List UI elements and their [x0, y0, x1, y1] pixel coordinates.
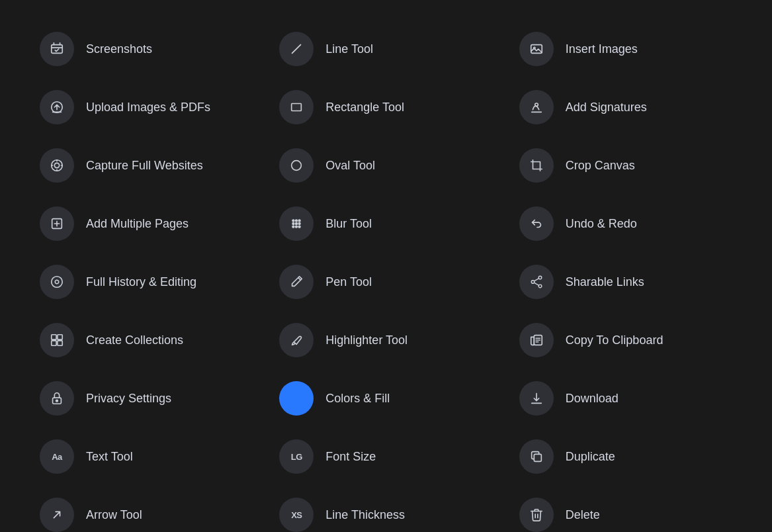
collections-label: Create Collections: [86, 333, 183, 347]
feature-screenshots[interactable]: Screenshots: [26, 20, 266, 78]
svg-point-15: [296, 220, 298, 222]
add-pages-label: Add Multiple Pages: [86, 217, 189, 231]
feature-download[interactable]: Download: [506, 369, 746, 427]
line-tool-icon: [279, 32, 314, 66]
feature-insert-images[interactable]: Insert Images: [506, 20, 746, 78]
svg-rect-31: [534, 454, 541, 461]
font-size-icon: LG: [279, 439, 314, 474]
oval-tool-icon: [279, 148, 314, 183]
arrow-tool-icon: [40, 498, 74, 532]
line-tool-label: Line Tool: [325, 42, 373, 56]
svg-rect-24: [531, 45, 542, 54]
rectangle-tool-label: Rectangle Tool: [325, 101, 404, 114]
screenshots-icon: [40, 32, 74, 66]
svg-point-4: [52, 277, 63, 288]
feature-upload[interactable]: Upload Images & PDFs: [26, 78, 266, 136]
crop-canvas-icon: [519, 148, 554, 183]
svg-rect-12: [292, 104, 302, 111]
collections-icon: [40, 323, 74, 357]
download-label: Download: [566, 392, 619, 406]
feature-signatures[interactable]: Add Signatures: [506, 78, 746, 136]
feature-privacy[interactable]: Privacy Settings: [26, 369, 266, 427]
signatures-label: Add Signatures: [566, 101, 647, 114]
highlighter-tool-label: Highlighter Tool: [325, 333, 407, 347]
feature-add-pages[interactable]: Add Multiple Pages: [26, 195, 266, 253]
privacy-label: Privacy Settings: [86, 392, 171, 406]
svg-point-2: [54, 163, 59, 167]
undo-redo-label: Undo & Redo: [566, 217, 637, 231]
col-1: Screenshots Upload Images & PDFs Capture…: [26, 20, 266, 532]
feature-clipboard[interactable]: Copy To Clipboard: [506, 311, 746, 369]
crop-canvas-label: Crop Canvas: [566, 159, 635, 173]
feature-colors-fill[interactable]: Colors & Fill: [266, 369, 505, 427]
clipboard-label: Copy To Clipboard: [566, 333, 664, 347]
clipboard-icon: [519, 323, 554, 357]
upload-label: Upload Images & PDFs: [86, 101, 210, 114]
svg-point-23: [292, 394, 302, 404]
feature-sharable-links[interactable]: Sharable Links: [506, 253, 746, 311]
font-size-label: Font Size: [325, 450, 376, 464]
colors-fill-icon: [279, 381, 314, 416]
line-thickness-icon: XS: [279, 498, 314, 532]
svg-point-11: [56, 400, 58, 402]
feature-blur-tool[interactable]: Blur Tool: [266, 195, 505, 253]
feature-line-tool[interactable]: Line Tool: [266, 20, 505, 78]
features-grid: Screenshots Upload Images & PDFs Capture…: [26, 20, 746, 532]
pen-tool-icon: [279, 265, 314, 299]
line-thickness-label: Line Thickness: [325, 508, 405, 522]
arrow-tool-label: Arrow Tool: [86, 508, 142, 522]
feature-capture[interactable]: Capture Full Websites: [26, 136, 266, 195]
feature-history[interactable]: Full History & Editing: [26, 253, 266, 311]
feature-pen-tool[interactable]: Pen Tool: [266, 253, 505, 311]
privacy-icon: [40, 381, 74, 416]
feature-collections[interactable]: Create Collections: [26, 311, 266, 369]
duplicate-icon: [519, 439, 554, 474]
svg-point-20: [292, 226, 294, 228]
svg-rect-8: [52, 341, 56, 345]
duplicate-label: Duplicate: [566, 450, 615, 464]
feature-text-tool[interactable]: Aa Text Tool: [26, 427, 266, 486]
svg-rect-9: [58, 341, 62, 345]
feature-duplicate[interactable]: Duplicate: [506, 427, 746, 486]
feature-oval-tool[interactable]: Oval Tool: [266, 136, 505, 195]
capture-icon: [40, 148, 74, 183]
rectangle-tool-icon: [279, 90, 314, 124]
feature-undo-redo[interactable]: Undo & Redo: [506, 195, 746, 253]
svg-rect-6: [52, 335, 56, 339]
feature-highlighter-tool[interactable]: Highlighter Tool: [266, 311, 505, 369]
svg-point-22: [299, 226, 301, 228]
feature-delete[interactable]: Delete: [506, 486, 746, 532]
col-3: Insert Images Add Signatures Crop Canvas…: [506, 20, 746, 532]
insert-images-label: Insert Images: [566, 42, 638, 56]
upload-icon: [40, 90, 74, 124]
signatures-icon: [519, 90, 554, 124]
svg-point-26: [535, 103, 538, 107]
download-icon: [519, 381, 554, 416]
delete-icon: [519, 498, 554, 532]
blur-tool-label: Blur Tool: [325, 217, 372, 231]
col-2: Line Tool Rectangle Tool Oval Tool: [266, 20, 505, 532]
feature-crop-canvas[interactable]: Crop Canvas: [506, 136, 746, 195]
text-tool-icon: Aa: [40, 439, 74, 474]
capture-label: Capture Full Websites: [86, 159, 203, 173]
svg-point-14: [292, 220, 294, 222]
colors-fill-label: Colors & Fill: [325, 392, 390, 406]
history-label: Full History & Editing: [86, 275, 196, 289]
feature-line-thickness[interactable]: XS Line Thickness: [266, 486, 505, 532]
feature-font-size[interactable]: LG Font Size: [266, 427, 505, 486]
svg-point-21: [296, 226, 298, 228]
screenshots-label: Screenshots: [86, 42, 152, 56]
delete-label: Delete: [566, 508, 600, 522]
svg-point-13: [292, 161, 302, 171]
undo-redo-icon: [519, 206, 554, 241]
svg-point-19: [299, 223, 301, 225]
feature-arrow-tool[interactable]: Arrow Tool: [26, 486, 266, 532]
highlighter-tool-icon: [279, 323, 314, 357]
feature-rectangle-tool[interactable]: Rectangle Tool: [266, 78, 505, 136]
svg-point-5: [55, 280, 59, 284]
svg-rect-0: [52, 45, 63, 54]
svg-point-17: [292, 223, 294, 225]
pen-tool-label: Pen Tool: [325, 275, 372, 289]
text-tool-label: Text Tool: [86, 450, 133, 464]
add-pages-icon: [40, 206, 74, 241]
